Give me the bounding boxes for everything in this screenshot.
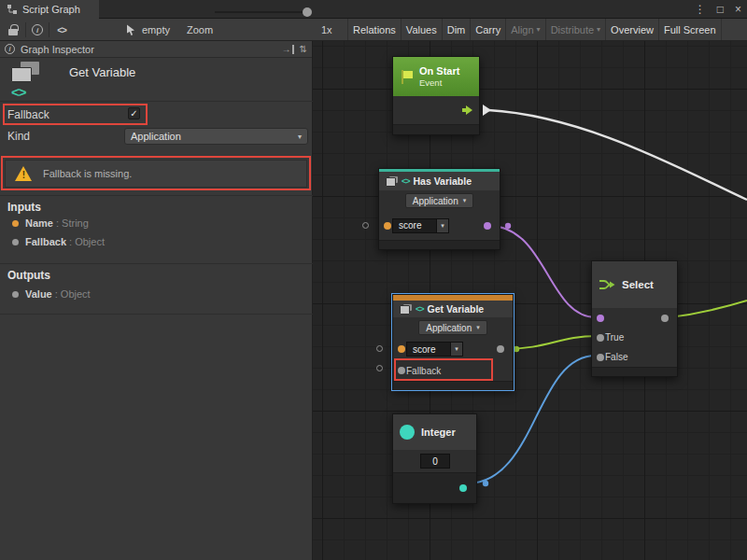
- selection-label: empty: [142, 24, 170, 35]
- wire-dot-green: [514, 346, 519, 352]
- selection-indicator: [125, 22, 137, 37]
- port-dot-fallback: [12, 239, 19, 245]
- chevron-down-icon: ▾: [537, 25, 541, 34]
- zoom-label: Zoom: [187, 24, 213, 35]
- graph-inspector-title: Graph Inspector: [21, 44, 94, 55]
- lock-button[interactable]: [6, 22, 21, 37]
- node-on-start[interactable]: On Start Event: [392, 56, 480, 135]
- warning-text: Fallback is missing.: [43, 168, 132, 179]
- relations-button[interactable]: Relations: [347, 19, 401, 40]
- inputs-header: Inputs: [7, 201, 41, 214]
- value-output-port[interactable]: [497, 345, 504, 353]
- lock-icon: [8, 29, 18, 35]
- code-icon: <>: [11, 84, 26, 100]
- has-variable-header: <> Has Variable: [379, 172, 500, 190]
- fallback-field-label: Fallback: [7, 108, 49, 121]
- flow-connector-triangle[interactable]: [483, 105, 491, 116]
- get-variable-header: <> Get Variable: [393, 301, 513, 317]
- maximize-icon[interactable]: □: [717, 0, 724, 19]
- close-icon[interactable]: ×: [735, 0, 741, 19]
- name-input-port[interactable]: [384, 222, 391, 230]
- zoom-slider-handle[interactable]: [303, 7, 312, 17]
- toolbar-divider: [25, 22, 26, 37]
- dim-button[interactable]: Dim: [442, 19, 471, 40]
- dock-inspector-icon[interactable]: →: [282, 45, 294, 54]
- node-select[interactable]: Select True False: [591, 260, 678, 377]
- tab-script-graph[interactable]: Script Graph: [0, 0, 99, 19]
- value-row: 0: [393, 450, 476, 472]
- wire-on-start-flow[interactable]: [488, 110, 747, 200]
- script-graph-icon: [7, 4, 18, 15]
- toolbar-buttons: Relations Values Dim Carry Align▾ Distri…: [347, 19, 722, 40]
- graph-toolbar: i <> empty Zoom 1x Relations Values Dim …: [0, 19, 747, 41]
- check-icon: ✓: [130, 108, 137, 119]
- port-dot-name: [12, 220, 19, 227]
- chevron-down-icon: ▾: [298, 133, 302, 141]
- divider: [0, 263, 313, 264]
- integer-output-port[interactable]: [459, 484, 467, 492]
- code-icon: <>: [402, 176, 410, 186]
- fallback-checkbox[interactable]: ✓: [128, 107, 140, 119]
- port-dot-value: [12, 291, 19, 298]
- distribute-button[interactable]: Distribute▾: [545, 19, 605, 40]
- variable-name-combo[interactable]: score ▾: [406, 342, 463, 357]
- kind-row: Application ▾: [379, 190, 500, 211]
- chevron-down-icon: ▾: [451, 342, 463, 357]
- info-icon: i: [32, 24, 43, 35]
- flow-output-port[interactable]: [466, 105, 472, 115]
- wire-get-variable-to-select-true[interactable]: [503, 336, 597, 349]
- true-port-row: True: [592, 328, 677, 347]
- full-screen-button[interactable]: Full Screen: [658, 19, 722, 40]
- variable-kind-dropdown[interactable]: Application ▾: [418, 320, 486, 335]
- variable-name-combo[interactable]: score ▾: [392, 218, 449, 233]
- graph-inspector-header: i Graph Inspector → ⇅: [0, 41, 312, 58]
- condition-port-row: [592, 308, 677, 328]
- zoom-slider[interactable]: [215, 11, 312, 13]
- integer-value-input[interactable]: 0: [420, 454, 450, 469]
- variable-kind-dropdown[interactable]: Application ▾: [405, 193, 473, 208]
- window-menu-icon[interactable]: ⋮: [695, 0, 706, 19]
- name-port-row: score ▾: [379, 211, 500, 240]
- node-has-variable[interactable]: <> Has Variable Application ▾ score ▾: [378, 168, 500, 250]
- graph-canvas[interactable]: On Start Event <> Has Variable Applicati…: [313, 41, 747, 560]
- zoom-value: 1x: [321, 24, 332, 35]
- name-input-port[interactable]: [398, 345, 405, 353]
- condition-input-port[interactable]: [597, 315, 604, 322]
- overview-button[interactable]: Overview: [605, 19, 658, 40]
- node-get-variable[interactable]: <> Get Variable Application ▾ score ▾ F: [392, 294, 514, 390]
- chevron-down-icon: ▾: [463, 197, 467, 204]
- variables-icon: [11, 62, 39, 82]
- fallback-port-row: Fallback: [393, 360, 513, 381]
- wire-select-output[interactable]: [669, 301, 747, 317]
- kind-field-label: Kind: [7, 130, 30, 143]
- code-icon: <>: [416, 304, 424, 314]
- input-stub-circle[interactable]: [362, 222, 369, 229]
- script-graph-window: Script Graph ⋮ □ × i <> empty Zoom 1x Re…: [0, 0, 747, 560]
- code-view-button[interactable]: <>: [53, 22, 70, 37]
- selection-output-port[interactable]: [661, 315, 669, 322]
- false-input-port[interactable]: [597, 354, 604, 361]
- integer-icon: [400, 425, 415, 440]
- input-row-name: Name: String: [25, 217, 89, 229]
- inspect-button[interactable]: i: [30, 22, 45, 37]
- fallback-input-port[interactable]: [398, 367, 405, 374]
- scroll-arrows-icon[interactable]: ⇅: [300, 44, 307, 54]
- carry-button[interactable]: Carry: [470, 19, 505, 40]
- input-row-fallback: Fallback: Object: [25, 236, 105, 247]
- warning-message: ! Fallback is missing.: [5, 160, 307, 188]
- node-footer: [393, 472, 476, 503]
- node-integer[interactable]: Integer 0: [392, 413, 477, 504]
- is-defined-output-port[interactable]: [484, 222, 491, 230]
- node-footer: [379, 240, 500, 249]
- variables-icon: [386, 176, 398, 187]
- values-button[interactable]: Values: [401, 19, 442, 40]
- tab-title: Script Graph: [22, 4, 80, 15]
- kind-row: Application ▾: [393, 317, 513, 338]
- input-stub-circle[interactable]: [376, 365, 383, 371]
- kind-dropdown[interactable]: Application ▾: [124, 128, 308, 145]
- input-stub-circle[interactable]: [376, 345, 383, 352]
- align-button[interactable]: Align▾: [505, 19, 544, 40]
- true-input-port[interactable]: [597, 334, 604, 342]
- chevron-down-icon: ▾: [476, 324, 480, 331]
- cursor-icon: [126, 24, 136, 36]
